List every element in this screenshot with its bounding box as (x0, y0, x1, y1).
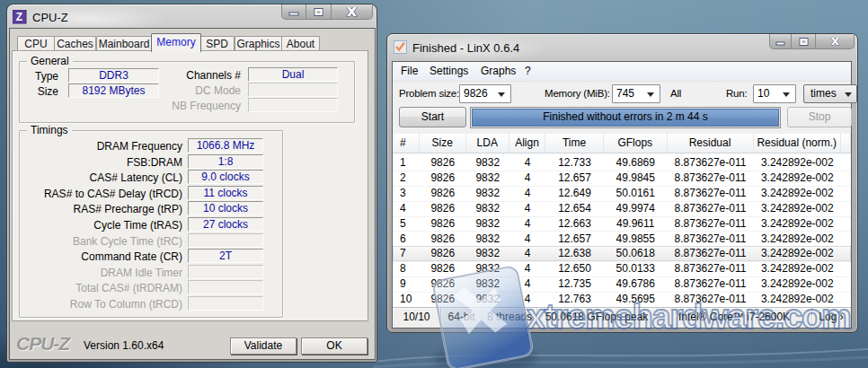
svg-text:Z: Z (16, 11, 22, 23)
